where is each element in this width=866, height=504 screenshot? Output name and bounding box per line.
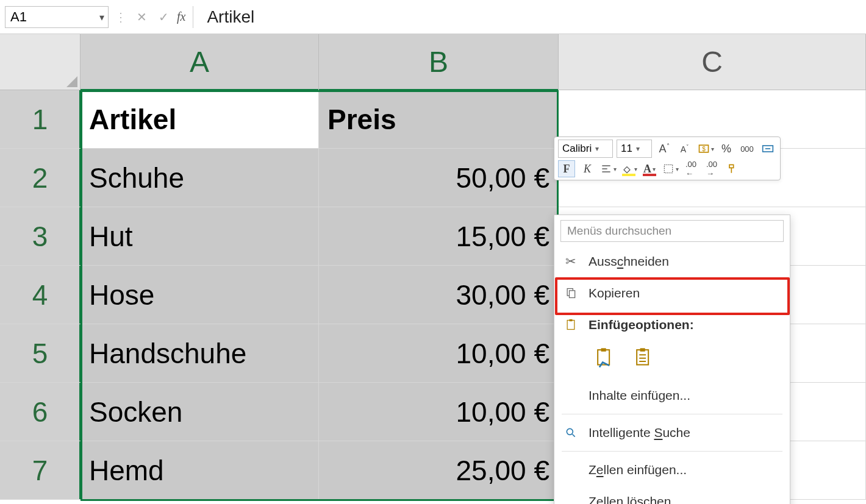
borders-icon[interactable] [662,160,679,177]
menu-paste-special[interactable]: Inhalte einfügen... [554,380,790,411]
menu-smart-label: Intelligente Suche [589,425,690,440]
column-header-b[interactable]: B [319,34,559,90]
menu-smart-lookup[interactable]: Intelligente Suche [554,417,790,449]
cell[interactable]: Hose [81,266,319,324]
name-box-text: A1 [10,9,27,25]
separator: ⋮ [113,10,128,24]
fill-color-icon[interactable] [620,160,637,177]
menu-paste-options-label: Einfügeoptionen: [589,318,694,332]
align-icon[interactable] [599,160,617,177]
paste-default-button[interactable] [591,346,618,372]
cell[interactable]: Preis [319,90,559,149]
row-header[interactable]: 2 [0,149,81,207]
cell[interactable]: 25,00 € [319,441,559,500]
comma-icon[interactable]: 000 [739,140,756,157]
chevron-down-icon[interactable]: ▾ [99,11,104,23]
row-header[interactable]: 6 [0,383,81,441]
format-painter-icon[interactable] [724,160,741,177]
font-name-select[interactable]: Calibri▾ [558,140,613,158]
decrease-font-icon[interactable]: A˅ [676,140,693,157]
name-box[interactable]: A1 ▾ [5,6,109,28]
menu-insert-cells[interactable]: Zellen einfügen... [554,454,790,486]
paste-values-button[interactable] [630,346,657,372]
cell[interactable]: Socken [81,383,319,441]
cell[interactable]: Hemd [81,441,319,500]
svg-rect-10 [637,350,648,364]
row-header[interactable]: 3 [0,207,81,266]
copy-icon [563,287,579,299]
font-name-value: Calibri [562,143,592,155]
cell[interactable]: Hut [81,207,319,266]
increase-decimal-icon[interactable]: .00→ [703,160,720,177]
decrease-decimal-icon[interactable]: .00← [682,160,700,177]
svg-text:$: $ [702,146,706,152]
row-header[interactable]: 7 [0,441,81,500]
menu-insert-label: Zellen einfügen... [589,463,687,477]
fx-label[interactable]: fx [177,6,193,28]
column-header-a[interactable]: A [81,34,319,90]
svg-rect-6 [567,321,574,330]
percent-icon[interactable]: % [718,140,735,157]
cell[interactable]: 10,00 € [319,383,559,441]
clipboard-icon [563,318,579,332]
svg-rect-7 [570,319,573,321]
confirm-icon[interactable]: ✓ [155,9,172,26]
row-header[interactable]: 5 [0,324,81,383]
svg-rect-11 [640,348,645,351]
svg-rect-5 [570,291,575,298]
accounting-format-icon[interactable]: $ [697,140,714,157]
cell[interactable]: 10,00 € [319,324,559,383]
increase-font-icon[interactable]: A˄ [656,140,673,157]
cell[interactable]: Schuhe [81,149,319,207]
font-color-icon[interactable]: A [641,160,658,177]
cell[interactable]: 30,00 € [319,266,559,324]
menu-paste-options: Einfügeoptionen: [554,309,790,341]
font-size-select[interactable]: 11▾ [617,140,652,158]
row-header[interactable]: 4 [0,266,81,324]
formula-input[interactable]: Artikel [198,7,861,27]
menu-search-placeholder: Menüs durchsuchen [567,224,671,238]
menu-copy[interactable]: Kopieren [554,277,790,309]
cell[interactable]: Artikel [81,90,319,149]
mini-toolbar: Calibri▾ 11▾ A˄ A˅ $ % 000 F K A .00← [554,137,781,180]
italic-button[interactable]: K [579,160,596,177]
column-header-c[interactable]: C [559,34,866,90]
formula-bar: A1 ▾ ⋮ ✕ ✓ fx Artikel [0,0,866,34]
cell[interactable]: 15,00 € [319,207,559,266]
bold-button[interactable]: F [558,160,575,177]
svg-rect-9 [601,348,606,351]
svg-rect-3 [664,165,672,172]
row-header[interactable]: 1 [0,90,81,149]
paste-options-row [554,341,790,380]
menu-delete-cells[interactable]: Zellen löschen... [554,486,790,504]
menu-cut[interactable]: ✂ Ausschneiden [554,246,790,277]
svg-point-12 [567,428,573,435]
font-size-value: 11 [621,143,632,155]
select-all-corner[interactable] [0,34,81,90]
scissors-icon: ✂ [563,254,579,269]
cancel-icon[interactable]: ✕ [133,9,150,26]
column-headers-row: A B C [0,34,866,90]
cell[interactable]: Handschuhe [81,324,319,383]
menu-delete-label: Zellen löschen... [589,494,682,504]
menu-cut-label: Ausschneiden [589,254,669,269]
menu-copy-label: Kopieren [589,286,640,300]
menu-search-input[interactable]: Menüs durchsuchen [560,220,784,242]
context-menu: Menüs durchsuchen ✂ Ausschneiden Kopiere… [554,215,790,504]
cell[interactable]: 50,00 € [319,149,559,207]
menu-separator [562,451,782,452]
merge-icon[interactable] [759,140,776,157]
menu-paste-special-label: Inhalte einfügen... [589,388,690,403]
menu-separator [562,414,782,414]
search-icon [563,427,579,439]
